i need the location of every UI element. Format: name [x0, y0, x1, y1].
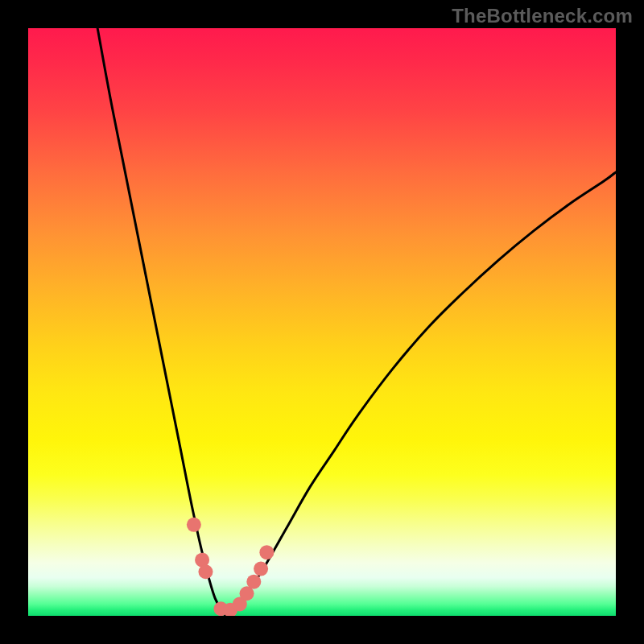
marker-dot — [254, 562, 268, 576]
marker-dot — [187, 518, 201, 532]
marker-dot — [198, 564, 213, 579]
marker-dot — [246, 575, 261, 589]
curve-layer — [28, 28, 616, 616]
chart-frame: TheBottleneck.com — [0, 0, 644, 644]
curve-right-branch — [225, 172, 616, 616]
curve-left-branch — [97, 28, 225, 616]
marker-dot — [259, 545, 274, 559]
bottleneck-curve — [97, 28, 616, 616]
plot-area — [28, 28, 616, 616]
marker-dots — [187, 518, 275, 616]
watermark-text: TheBottleneck.com — [452, 5, 633, 27]
